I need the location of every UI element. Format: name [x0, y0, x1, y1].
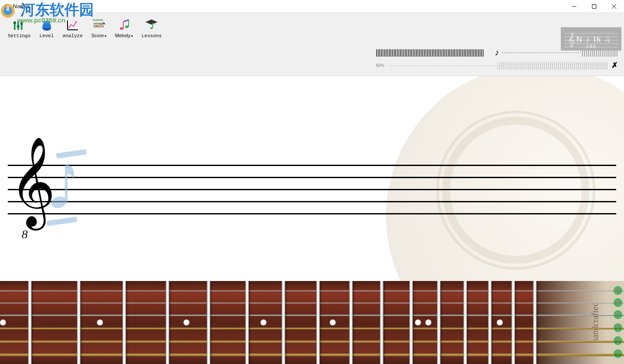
analyze-icon — [66, 19, 80, 32]
fret — [409, 281, 413, 364]
svg-line-24 — [103, 22, 105, 24]
svg-text:Andante: Andante — [93, 19, 103, 21]
svg-text:𝄞: 𝄞 — [568, 32, 575, 48]
guitar-string-3[interactable] — [0, 315, 624, 316]
note-cursor[interactable] — [48, 155, 78, 217]
close-button[interactable] — [604, 0, 624, 13]
guitar-soundhole-edge: handcrafted — [533, 281, 624, 364]
chevron-down-icon: ▾ — [131, 34, 133, 38]
staff-line — [8, 201, 616, 202]
intonation-meter[interactable]: 40% ····································… — [376, 59, 618, 72]
fret-marker — [330, 319, 336, 326]
score-label: Score▾ — [91, 33, 106, 38]
level-icon — [40, 19, 54, 32]
settings-label: Settings — [8, 33, 31, 38]
svg-point-11 — [17, 25, 19, 28]
fret — [166, 281, 169, 364]
fret-marker — [183, 319, 190, 326]
fret — [533, 281, 537, 364]
string-number-label[interactable]: 3 — [614, 310, 622, 319]
fret — [511, 281, 515, 364]
settings-icon — [12, 19, 26, 32]
lessons-icon — [145, 19, 158, 32]
staff-line — [8, 213, 616, 214]
melody-icon — [117, 18, 131, 32]
string-number-label[interactable]: 1 — [614, 286, 622, 295]
fret-marker — [0, 319, 6, 326]
guitar-fretboard[interactable]: handcrafted 123456 — [0, 281, 624, 364]
meter-ticks-active: ||||||||||||||||||||||||||||||||||||||||… — [376, 48, 492, 57]
fret-marker — [415, 319, 421, 326]
fret-marker — [261, 319, 267, 326]
score-icon: Andante — [92, 18, 106, 32]
app-logo-badge: 𝄞 N ♪ tk ♫ 1.4.6 — [561, 27, 621, 51]
main-toolbar: Settings Level Analyze Andante Score▾ Me… — [0, 13, 624, 42]
fret — [207, 281, 210, 364]
mute-icon[interactable]: ✗ — [611, 61, 618, 70]
guitar-label: handcrafted — [590, 302, 600, 343]
analyze-label: Analyze — [63, 33, 83, 38]
staff-line — [8, 177, 616, 178]
minimize-button[interactable] — [564, 0, 584, 13]
fret — [380, 281, 383, 364]
svg-point-25 — [120, 27, 123, 30]
app-icon — [3, 3, 10, 10]
svg-marker-29 — [145, 19, 158, 25]
guitar-string-2[interactable] — [0, 303, 624, 303]
pitch-meter-panel: ||||||||||||||||||||||||||||||||||||||||… — [0, 42, 624, 76]
score-view[interactable]: 𝄞 8 — [0, 76, 624, 281]
fret-marker — [497, 319, 503, 326]
music-staff[interactable] — [8, 165, 616, 225]
svg-rect-42 — [65, 164, 68, 203]
level-button[interactable]: Level — [36, 14, 58, 40]
svg-rect-26 — [123, 22, 124, 29]
string-number-label[interactable]: 4 — [614, 323, 622, 332]
fret — [245, 281, 249, 364]
melody-label: Melody▾ — [115, 33, 133, 38]
svg-text:1.4.6: 1.4.6 — [586, 44, 596, 49]
guitar-string-4[interactable] — [0, 328, 624, 329]
melody-button[interactable]: Melody▾ — [112, 14, 136, 40]
svg-point-22 — [96, 25, 98, 27]
fret-marker — [97, 319, 103, 326]
svg-rect-4 — [592, 5, 596, 9]
svg-rect-31 — [152, 23, 153, 28]
window-titlebar: Nootka — [0, 0, 624, 13]
analyze-button[interactable]: Analyze — [59, 14, 86, 40]
staff-line — [8, 189, 616, 190]
staff-line — [8, 165, 616, 166]
guitar-string-1[interactable] — [0, 291, 624, 291]
svg-point-27 — [125, 26, 129, 28]
guitar-string-5[interactable] — [0, 341, 624, 343]
volume-percent: 40% — [376, 63, 384, 68]
chevron-down-icon: ▾ — [105, 34, 106, 38]
svg-point-12 — [20, 22, 23, 25]
string-number-label[interactable]: 6 — [614, 349, 622, 358]
fret — [122, 281, 126, 364]
fret — [463, 281, 467, 364]
guitar-string-6[interactable] — [0, 354, 624, 356]
window-title: Nootka — [13, 3, 29, 10]
svg-point-10 — [13, 22, 16, 24]
clef-octave-marker: 8 — [22, 227, 28, 241]
fret — [77, 281, 80, 364]
fret — [437, 281, 441, 364]
meter-scale: ········································… — [389, 61, 608, 70]
lessons-button[interactable]: Lessons — [138, 14, 165, 40]
fret — [488, 281, 492, 364]
level-label: Level — [39, 33, 54, 38]
svg-rect-28 — [128, 20, 129, 27]
string-number-label[interactable]: 5 — [614, 336, 622, 345]
fret — [316, 281, 320, 364]
string-number-label[interactable]: 2 — [614, 298, 622, 307]
fret-marker — [425, 319, 431, 326]
svg-text:N ♪ tk ♫: N ♪ tk ♫ — [576, 35, 611, 44]
fret — [349, 281, 353, 364]
svg-point-14 — [43, 21, 51, 23]
svg-point-23 — [100, 23, 103, 25]
settings-button[interactable]: Settings — [4, 14, 34, 40]
score-button[interactable]: Andante Score▾ — [88, 14, 110, 40]
svg-point-17 — [75, 21, 77, 23]
maximize-button[interactable] — [584, 0, 604, 13]
fret — [282, 281, 285, 364]
